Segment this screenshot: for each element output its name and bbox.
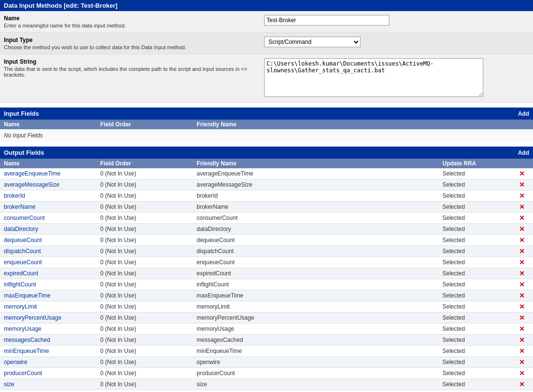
- delete-row-button[interactable]: ✕: [515, 203, 529, 211]
- output-row-field-order: 0 (Not In Use): [100, 381, 197, 388]
- output-row-field-order: 0 (Not In Use): [100, 270, 197, 277]
- output-row-name-link[interactable]: brokerName: [4, 203, 36, 210]
- output-row-name-link[interactable]: memoryPercentUsage: [4, 314, 61, 321]
- delete-row-button[interactable]: ✕: [515, 336, 529, 344]
- output-fields-table: averageEnqueueTime 0 (Not In Use) averag…: [0, 168, 533, 392]
- output-row-name-link[interactable]: dispatchCount: [4, 248, 41, 255]
- output-row-name-link[interactable]: inflightCount: [4, 281, 36, 288]
- output-row-name-link[interactable]: maxEnqueueTime: [4, 292, 51, 299]
- output-row-update-rra: Selected: [442, 270, 515, 277]
- delete-row-button[interactable]: ✕: [515, 236, 529, 244]
- output-table-row: averageMessageSize 0 (Not In Use) averag…: [0, 179, 533, 190]
- output-row-name-link[interactable]: expiredCount: [4, 270, 38, 277]
- output-table-row: dispatchCount 0 (Not In Use) dispatchCou…: [0, 246, 533, 257]
- output-table-row: enqueueCount 0 (Not In Use) enqueueCount…: [0, 257, 533, 268]
- output-row-update-rra: Selected: [442, 170, 515, 177]
- output-row-name-link[interactable]: consumerCount: [4, 215, 45, 221]
- output-row-friendly-name: enqueueCount: [197, 259, 442, 266]
- output-fields-column-headers: Name Field Order Friendly Name Update RR…: [0, 159, 533, 168]
- output-table-row: memoryLimit 0 (Not In Use) memoryLimit S…: [0, 301, 533, 312]
- col-header-friendly-name: Friendly Name: [197, 121, 529, 128]
- delete-row-button[interactable]: ✕: [515, 292, 529, 299]
- delete-row-button[interactable]: ✕: [515, 380, 529, 388]
- delete-row-button[interactable]: ✕: [515, 270, 529, 277]
- output-row-field-order: 0 (Not In Use): [100, 348, 197, 354]
- output-row-name-link[interactable]: enqueueCount: [4, 259, 42, 266]
- delete-row-button[interactable]: ✕: [515, 325, 529, 333]
- output-row-field-order: 0 (Not In Use): [100, 281, 197, 288]
- delete-row-button[interactable]: ✕: [515, 258, 529, 266]
- name-input[interactable]: [264, 15, 389, 26]
- output-row-name-link[interactable]: memoryUsage: [4, 325, 41, 332]
- output-row-name-link[interactable]: size: [4, 381, 14, 388]
- output-row-name-link[interactable]: openwire: [4, 359, 27, 365]
- output-row-update-rra: Selected: [442, 325, 515, 332]
- output-row-name-link[interactable]: dequeueCount: [4, 237, 42, 243]
- delete-row-button[interactable]: ✕: [515, 170, 529, 177]
- output-row-name-link[interactable]: averageMessageSize: [4, 181, 59, 188]
- delete-row-button[interactable]: ✕: [515, 214, 529, 222]
- output-table-row: dataDirectory 0 (Not In Use) dataDirecto…: [0, 224, 533, 235]
- output-table-row: memoryUsage 0 (Not In Use) memoryUsage S…: [0, 324, 533, 335]
- output-row-name-link[interactable]: memoryLimit: [4, 303, 37, 310]
- output-row-name-link[interactable]: messagesCached: [4, 337, 50, 343]
- output-table-row: averageEnqueueTime 0 (Not In Use) averag…: [0, 168, 533, 179]
- output-row-field-order: 0 (Not In Use): [100, 170, 197, 177]
- input-fields-title: Input Fields: [4, 110, 39, 117]
- output-row-friendly-name: dequeueCount: [197, 237, 442, 243]
- delete-row-button[interactable]: ✕: [515, 358, 529, 366]
- output-row-friendly-name: minEnqueueTime: [197, 348, 442, 354]
- input-string-textarea[interactable]: C:\Users\lokesh.kumar\Documents\issues\A…: [264, 58, 483, 97]
- output-row-field-order: 0 (Not In Use): [100, 192, 197, 199]
- output-row-name-link[interactable]: producerCount: [4, 370, 42, 377]
- output-row-friendly-name: maxEnqueueTime: [197, 292, 442, 299]
- output-row-name-link[interactable]: brokerId: [4, 192, 25, 199]
- output-row-friendly-name: dataDirectory: [197, 226, 442, 232]
- col-header-field-order: Field Order: [100, 160, 197, 167]
- output-row-name-link[interactable]: minEnqueueTime: [4, 348, 49, 354]
- input-type-row: Input Type Choose the method you wish to…: [0, 33, 533, 54]
- output-row-update-rra: Selected: [442, 248, 515, 255]
- output-table-row: consumerCount 0 (Not In Use) consumerCou…: [0, 213, 533, 224]
- output-fields-add-link[interactable]: Add: [518, 149, 529, 156]
- col-header-update-rra: Update RRA: [442, 160, 515, 167]
- output-row-friendly-name: messagesCached: [197, 337, 442, 343]
- delete-row-button[interactable]: ✕: [515, 347, 529, 355]
- input-fields-add-link[interactable]: Add: [518, 110, 529, 117]
- output-row-name-link[interactable]: dataDirectory: [4, 226, 38, 232]
- output-row-field-order: 0 (Not In Use): [100, 337, 197, 343]
- input-type-select[interactable]: Script/Command SNMP Script - Script Serv…: [264, 37, 360, 47]
- edit-label: [edit: Test-Broker]: [64, 2, 118, 9]
- output-row-field-order: 0 (Not In Use): [100, 203, 197, 210]
- delete-row-button[interactable]: ✕: [515, 314, 529, 322]
- input-string-row: Input String The data that is sent to th…: [0, 54, 533, 103]
- output-row-update-rra: Selected: [442, 181, 515, 188]
- output-row-update-rra: Selected: [442, 348, 515, 354]
- output-row-field-order: 0 (Not In Use): [100, 292, 197, 299]
- output-row-field-order: 0 (Not In Use): [100, 215, 197, 221]
- output-row-field-order: 0 (Not In Use): [100, 370, 197, 377]
- page-header: Data Input Methods [edit: Test-Broker]: [0, 0, 533, 11]
- output-fields-section: Output Fields Add Name Field Order Frien…: [0, 147, 533, 392]
- output-row-friendly-name: consumerCount: [197, 215, 442, 221]
- output-row-friendly-name: size: [197, 381, 442, 388]
- output-row-field-order: 0 (Not In Use): [100, 248, 197, 255]
- delete-row-button[interactable]: ✕: [515, 181, 529, 189]
- output-row-update-rra: Selected: [442, 337, 515, 343]
- col-header-field-order: Field Order: [100, 121, 197, 128]
- delete-row-button[interactable]: ✕: [515, 225, 529, 233]
- delete-row-button[interactable]: ✕: [515, 247, 529, 255]
- delete-row-button[interactable]: ✕: [515, 281, 529, 288]
- output-row-update-rra: Selected: [442, 381, 515, 388]
- input-fields-column-headers: Name Field Order Friendly Name: [0, 120, 533, 129]
- delete-row-button[interactable]: ✕: [515, 369, 529, 377]
- delete-row-button[interactable]: ✕: [515, 303, 529, 311]
- output-table-row: dequeueCount 0 (Not In Use) dequeueCount…: [0, 235, 533, 246]
- input-fields-section: Input Fields Add Name Field Order Friend…: [0, 108, 533, 142]
- output-row-friendly-name: brokerId: [197, 192, 442, 199]
- output-row-update-rra: Selected: [442, 226, 515, 232]
- output-row-field-order: 0 (Not In Use): [100, 226, 197, 232]
- form-section: Name Enter a meaningful name for this da…: [0, 11, 533, 103]
- delete-row-button[interactable]: ✕: [515, 192, 529, 200]
- output-row-name-link[interactable]: averageEnqueueTime: [4, 170, 61, 177]
